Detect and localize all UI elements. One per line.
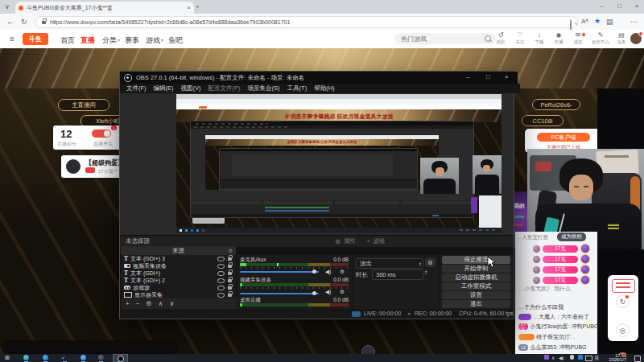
read-aloud-icon[interactable]: Aᴬ [581,18,588,25]
menu-profile[interactable]: 配置文件(P) [208,84,241,93]
taskbar-clock[interactable]: 17:56 2026/1/7 [602,354,626,362]
taskbar-app-icon-3[interactable] [80,355,86,360]
nav-link-games[interactable]: 游戏 [146,35,160,46]
stop-streaming-button[interactable]: 停止推流 [442,256,510,264]
exit-button[interactable]: 退出 [442,300,510,308]
nav-action-broadcast[interactable]: ◉ 开播 [551,32,567,45]
spin-down-icon[interactable]: ▾ [419,264,421,266]
taskbar-app-icon-4[interactable] [98,355,104,360]
spin-down-icon[interactable]: ▾ [425,272,427,274]
menu-tools[interactable]: 工具(T) [287,84,308,93]
remove-source-button[interactable]: − [136,301,140,307]
visibility-eye-icon[interactable] [217,293,225,298]
move-down-button[interactable]: ∨ [169,301,174,307]
action-center-icon[interactable] [634,356,641,362]
nav-link-home[interactable]: 首页 [60,35,75,46]
obs-preview-area[interactable]: 全明星齐聚争锋挑战 狂欢月现金道具大放送 [120,93,514,235]
window-close-button[interactable]: × [635,2,639,10]
nav-link-yuba[interactable]: 鱼吧 [168,35,183,46]
new-tab-button[interactable]: + [196,3,200,10]
tray-icon-2[interactable] [578,355,583,360]
slider-knob[interactable] [312,269,316,274]
search-box[interactable] [394,33,496,44]
window-minimize-button[interactable]: – [600,2,603,10]
hamburger-icon[interactable]: ≡ [10,35,14,43]
follow-fan-button[interactable]: 成为铁粉 [557,232,586,241]
tray-mic-icon[interactable] [570,355,574,360]
menu-edit[interactable]: 编辑(E) [154,84,174,93]
mute-speaker-icon[interactable]: ◀) [325,269,331,274]
pc-client-button[interactable]: PC客户端 [537,133,590,142]
virtual-camera-button[interactable]: 启动虚拟摄像机 [442,274,510,282]
search-icon[interactable] [485,35,491,42]
back-button[interactable]: ← [6,18,14,26]
start-button[interactable]: ⊞ [5,355,10,361]
move-up-button[interactable]: ∧ [159,301,163,307]
browser-menu-icon[interactable]: ⋯ [630,18,638,26]
visibility-eye-icon[interactable] [217,286,225,290]
lock-icon[interactable] [228,265,232,268]
collections-icon[interactable]: ▤ [606,18,613,26]
menu-file[interactable]: 文件(F) [126,84,147,93]
nav-action-messages[interactable]: ✉ 消息 [570,32,586,45]
channel-gear-icon[interactable]: ⚙ [340,269,345,274]
nav-action-follow[interactable]: ♡ 关注 [512,32,528,45]
nav-link-live[interactable]: 直播 [80,35,95,46]
properties-button[interactable]: 属性 [344,237,356,245]
sources-dock-header[interactable]: 来源 ⚙ [121,246,236,255]
favorite-star-icon[interactable]: ★ [594,17,601,25]
filters-button[interactable]: 滤镜 [373,237,385,245]
live-toggle[interactable] [92,130,111,138]
tab-search-icon[interactable]: ∨ [5,3,10,10]
lock-icon[interactable] [228,272,232,275]
visibility-eye-icon[interactable] [217,257,225,261]
nav-link-esports[interactable]: 赛事 [125,35,139,46]
obs-titlebar[interactable]: OBS 27.0.1 (64-bit, windows) - 配置文件: 未命名… [120,72,518,84]
source-row[interactable]: 显示器采集 [121,291,236,298]
visibility-button[interactable]: ◎ [616,323,630,337]
tray-speaker-icon[interactable]: ◀) [559,355,564,361]
nav-action-download[interactable]: ↓ 下载 [531,32,547,45]
obs-close-button[interactable]: × [505,73,509,80]
reload-button[interactable]: ↻ [21,18,27,26]
douyu-logo[interactable]: 斗鱼 [23,33,48,45]
nav-action-tasks[interactable]: ▤ 任务 [613,32,630,45]
nav-link-category[interactable]: 分类 [102,35,117,46]
nav-action-history[interactable]: ↺ 历史 [493,32,509,45]
player-control-bar[interactable] [2,340,179,354]
volume-slider[interactable] [240,271,319,273]
slider-knob[interactable] [312,291,316,295]
visibility-eye-icon[interactable] [217,264,225,269]
menu-view[interactable]: 视图(V) [181,84,201,93]
url-bar[interactable]: https://www.douyu.com/beta/54985227dyshi… [35,16,578,28]
channel-gear-icon[interactable]: ⚙ [340,289,345,294]
window-maximize-button[interactable]: □ [617,2,621,10]
cc-pill[interactable]: CC108i [522,115,564,126]
tray-hidden-icons[interactable]: ∧ [551,355,555,361]
taskbar-app-icon-2[interactable]: ✔ [61,355,65,361]
visibility-eye-icon[interactable] [217,271,225,276]
studio-mode-button[interactable]: 工作室模式 [442,282,510,290]
lock-icon[interactable] [228,286,232,290]
obs-minimize-button[interactable]: – [466,73,469,80]
volume-slider[interactable] [240,293,319,294]
mute-speaker-icon[interactable]: ◀) [325,289,331,294]
start-recording-button[interactable]: 开始录制 [442,265,510,273]
lock-icon[interactable] [228,257,232,261]
feedback-button[interactable] [612,279,635,293]
refresh-button[interactable]: ↻ [616,294,630,308]
browser-tab[interactable]: 斗鱼PUBG黄金大奖赛_17小鬼**直 × [15,2,194,14]
tray-display-icon[interactable] [585,356,592,361]
taskbar-edge-icon[interactable] [23,355,29,360]
pero-pill[interactable]: PeRoi26v6- [532,99,580,110]
nav-action-creator-center[interactable]: ✎ 创作中心 [589,32,612,45]
lock-icon[interactable] [228,294,232,297]
dock-menu-icon[interactable]: ⚙ [228,248,233,254]
tray-icon-1[interactable] [544,355,549,360]
duration-field[interactable]: 300 ms [372,269,423,280]
add-source-button[interactable]: + [126,301,130,307]
transition-gear-button[interactable]: ⚙ [425,258,436,267]
settings-button[interactable]: 设置 [442,291,510,299]
visibility-eye-icon[interactable] [217,278,225,283]
obs-maximize-button[interactable]: □ [486,73,490,80]
